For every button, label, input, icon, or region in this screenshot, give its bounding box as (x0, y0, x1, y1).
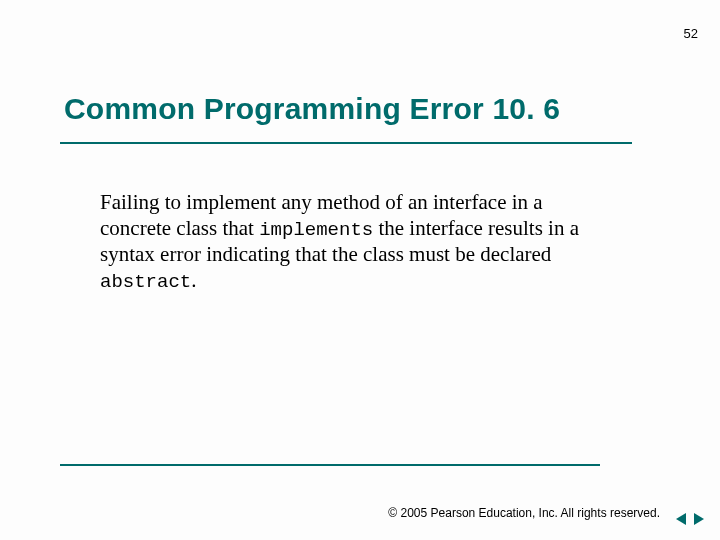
body-seg3: . (191, 268, 196, 292)
heading-underline (60, 142, 632, 144)
triangle-left-icon (676, 513, 686, 525)
copyright-footer: © 2005 Pearson Education, Inc. All right… (388, 506, 660, 520)
code-implements: implements (259, 219, 373, 241)
slide-heading: Common Programming Error 10. 6 (64, 92, 560, 126)
next-slide-button[interactable] (692, 512, 706, 526)
page-number: 52 (684, 26, 698, 41)
code-abstract: abstract (100, 271, 191, 293)
footer-rule (60, 464, 600, 466)
triangle-right-icon (694, 513, 704, 525)
slide-nav (674, 512, 706, 526)
prev-slide-button[interactable] (674, 512, 688, 526)
body-paragraph: Failing to implement any method of an in… (100, 190, 600, 294)
